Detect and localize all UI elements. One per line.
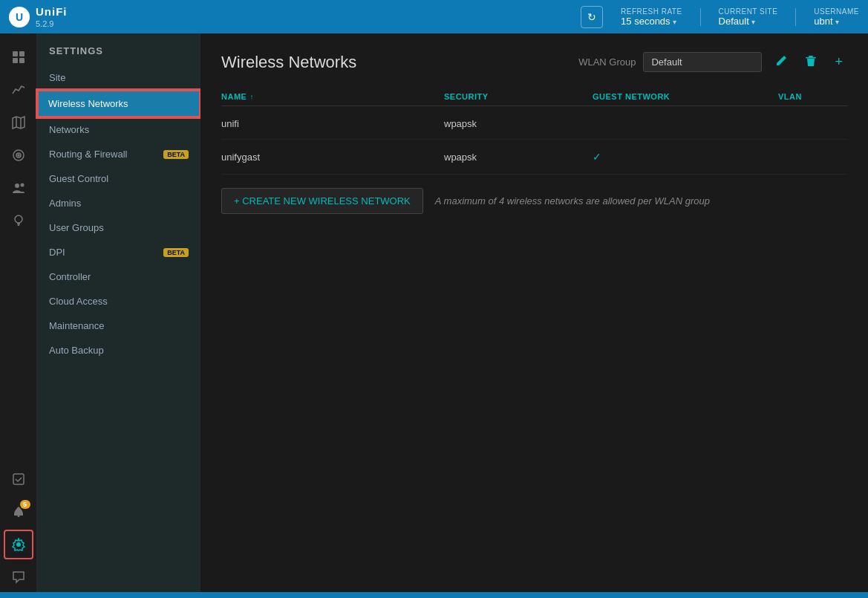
svg-rect-3	[19, 58, 25, 63]
sidebar-item-user-groups[interactable]: User Groups	[37, 215, 200, 240]
nav-tasks[interactable]	[4, 464, 33, 494]
svg-marker-4	[13, 117, 25, 129]
svg-rect-13	[17, 223, 20, 224]
brand-label: UniFi	[36, 5, 68, 18]
nav-insights[interactable]	[4, 206, 33, 235]
current-site-label: CURRENT SITE	[719, 7, 778, 16]
username-label: USERNAME	[814, 7, 859, 16]
admins-label: Admins	[49, 198, 81, 209]
th-name: NAME ↑	[221, 92, 444, 101]
table-row: unifygast wpapsk ✓ EDIT DELETE	[221, 140, 847, 175]
bottom-bar	[0, 592, 868, 598]
username-control[interactable]: USERNAME ubnt ▾	[814, 7, 859, 27]
td-security-0: wpapsk	[444, 118, 593, 129]
cloud-access-label: Cloud Access	[49, 296, 108, 307]
nav-alerts[interactable]: 5	[4, 497, 33, 527]
topbar-controls: ↻ REFRESH RATE 15 seconds ▾ CURRENT SITE…	[581, 6, 859, 28]
create-hint: A maximum of 4 wireless networks are all…	[435, 195, 710, 207]
sidebar-item-site[interactable]: Site	[37, 65, 200, 90]
nav-chat[interactable]	[4, 562, 33, 592]
svg-rect-0	[13, 51, 18, 56]
sidebar-item-wireless-networks[interactable]: Wireless Networks	[37, 90, 200, 117]
delete-header-button[interactable]	[800, 52, 821, 73]
username-chevron: ▾	[835, 18, 839, 26]
refresh-rate-value: 15 seconds ▾	[621, 16, 682, 27]
nav-stats[interactable]	[4, 75, 33, 105]
svg-rect-17	[809, 56, 813, 57]
nav-dashboard[interactable]	[4, 42, 33, 72]
routing-firewall-label: Routing & Firewall	[49, 149, 128, 160]
create-section: + CREATE NEW WIRELESS NETWORK A maximum …	[221, 188, 847, 214]
sidebar-item-admins[interactable]: Admins	[37, 191, 200, 215]
main-content: Wireless Networks WLAN Group + NAME ↑	[200, 33, 868, 592]
current-site-info: CURRENT SITE Default ▾	[719, 7, 778, 27]
topbar: U UniFi 5.2.9 ↻ REFRESH RATE 15 seconds …	[0, 0, 868, 33]
sidebar-item-controller[interactable]: Controller	[37, 264, 200, 289]
svg-rect-2	[13, 58, 18, 63]
settings-title: SETTINGS	[37, 45, 200, 65]
divider-1	[700, 8, 701, 26]
alerts-badge: 5	[20, 500, 30, 509]
wireless-networks-table: NAME ↑ SECURITY GUEST NETWORK VLAN ACTIO…	[221, 88, 847, 175]
td-security-1: wpapsk	[444, 152, 593, 163]
sidebar-item-dpi[interactable]: DPI BETA	[37, 240, 200, 264]
add-header-button[interactable]: +	[830, 51, 847, 73]
edit-header-button[interactable]	[771, 52, 792, 73]
ubnt-icon: U	[9, 7, 30, 27]
td-name-1: unifygast	[221, 152, 444, 163]
sidebar-item-guest-control[interactable]: Guest Control	[37, 166, 200, 191]
sidebar-item-maintenance[interactable]: Maintenance	[37, 313, 200, 338]
page-header: Wireless Networks WLAN Group +	[221, 51, 847, 73]
svg-rect-16	[17, 516, 19, 517]
settings-sidebar: SETTINGS Site Wireless Networks Networks…	[37, 33, 200, 592]
svg-rect-1	[19, 51, 25, 56]
sidebar-item-auto-backup[interactable]: Auto Backup	[37, 338, 200, 363]
user-groups-label: User Groups	[49, 222, 104, 233]
svg-point-9	[18, 155, 19, 156]
svg-rect-14	[17, 224, 19, 226]
refresh-rate-label: REFRESH RATE	[621, 7, 682, 16]
networks-label: Networks	[49, 124, 89, 135]
main-layout: 5 SETTINGS Site Wireless Networks Networ…	[0, 33, 868, 592]
th-guest-network: GUEST NETWORK	[593, 92, 778, 101]
maintenance-label: Maintenance	[49, 320, 104, 331]
dpi-beta-badge: BETA	[163, 248, 189, 257]
table-header: NAME ↑ SECURITY GUEST NETWORK VLAN ACTIO…	[221, 88, 847, 106]
guest-control-label: Guest Control	[49, 173, 108, 184]
table-row: unifi wpapsk EDIT DELETE	[221, 108, 847, 140]
wireless-networks-label: Wireless Networks	[48, 98, 128, 109]
username-value: ubnt ▾	[814, 16, 859, 27]
sidebar-item-networks[interactable]: Networks	[37, 117, 200, 142]
svg-point-11	[20, 183, 24, 187]
svg-point-12	[15, 215, 22, 223]
svg-rect-15	[13, 474, 24, 484]
page-title: Wireless Networks	[221, 53, 570, 72]
nav-settings[interactable]	[4, 530, 33, 559]
current-site-chevron: ▾	[751, 18, 755, 26]
current-site-value: Default ▾	[719, 16, 778, 27]
svg-point-10	[15, 183, 19, 188]
refresh-rate-chevron: ▾	[673, 18, 676, 26]
nav-map[interactable]	[4, 108, 33, 137]
routing-beta-badge: BETA	[163, 150, 189, 159]
logo-area: U UniFi 5.2.9	[9, 5, 68, 28]
create-wireless-network-button[interactable]: + CREATE NEW WIRELESS NETWORK	[221, 188, 423, 214]
sidebar-item-routing-firewall[interactable]: Routing & Firewall BETA	[37, 142, 200, 166]
sidebar-item-cloud-access[interactable]: Cloud Access	[37, 289, 200, 313]
refresh-rate-control[interactable]: REFRESH RATE 15 seconds ▾	[621, 7, 682, 27]
wlan-group-input[interactable]	[643, 52, 762, 72]
nav-users[interactable]	[4, 173, 33, 203]
refresh-button[interactable]: ↻	[581, 6, 603, 28]
th-vlan: VLAN	[778, 92, 868, 101]
nav-radar[interactable]	[4, 140, 33, 170]
current-site-control[interactable]: CURRENT SITE Default ▾	[719, 7, 778, 27]
refresh-rate-info: REFRESH RATE 15 seconds ▾	[621, 7, 682, 27]
brand-info: UniFi 5.2.9	[36, 5, 68, 28]
version-label: 5.2.9	[36, 19, 68, 28]
wlan-group-area: WLAN Group	[578, 52, 762, 72]
dpi-label: DPI	[49, 247, 65, 258]
icon-nav: 5	[0, 33, 37, 592]
auto-backup-label: Auto Backup	[49, 345, 104, 356]
divider-2	[795, 8, 796, 26]
svg-rect-18	[806, 57, 816, 59]
